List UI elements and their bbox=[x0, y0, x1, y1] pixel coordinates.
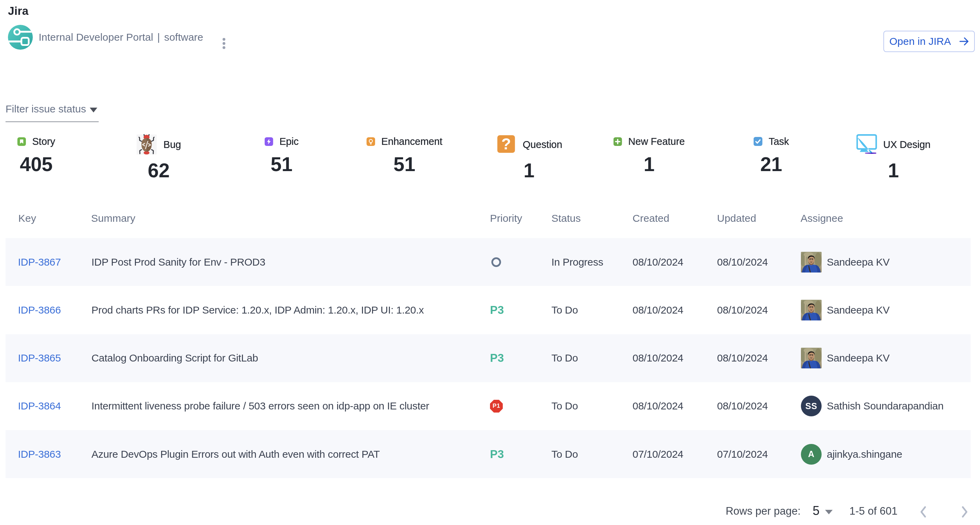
project-logo-icon bbox=[8, 25, 33, 50]
assignee-avatar-photo bbox=[801, 252, 822, 273]
issue-key-link[interactable]: IDP-3867 bbox=[18, 256, 61, 268]
priority-label: P3 bbox=[490, 303, 504, 317]
column-header-assignee: Assignee bbox=[800, 213, 843, 224]
question-icon: ? bbox=[496, 134, 517, 155]
filter-issue-status-label: Filter issue status bbox=[6, 102, 86, 116]
project-separator: | bbox=[158, 32, 160, 43]
page-title: Jira bbox=[8, 5, 29, 17]
stat-label: UX Design bbox=[883, 139, 931, 151]
stat-value: 21 bbox=[760, 154, 782, 174]
assignee-name: Sandeepa KV bbox=[827, 352, 889, 364]
cell-status: To Do bbox=[551, 382, 578, 430]
cell-key: IDP-3865 bbox=[18, 334, 61, 382]
new-feature-icon bbox=[614, 137, 622, 146]
cell-updated: 08/10/2024 bbox=[717, 334, 768, 382]
cell-created: 08/10/2024 bbox=[633, 238, 683, 286]
assignee-avatar-initials: SS bbox=[801, 396, 822, 416]
column-header-updated: Updated bbox=[717, 213, 756, 224]
project-name: Internal Developer Portal bbox=[39, 32, 153, 43]
stat-label: New Feature bbox=[628, 136, 685, 147]
cell-assignee: Aajinkya.shingane bbox=[801, 430, 902, 478]
rows-per-page-caret-icon bbox=[825, 510, 833, 514]
cell-key: IDP-3863 bbox=[18, 430, 61, 478]
cell-key: IDP-3866 bbox=[18, 286, 61, 334]
cell-assignee: SSSathish Soundarapandian bbox=[801, 382, 943, 430]
assignee-name: Sathish Soundarapandian bbox=[827, 400, 943, 412]
project-title: Internal Developer Portal | software bbox=[39, 25, 203, 50]
cell-summary: IDP Post Prod Sanity for Env - PROD3 bbox=[91, 238, 266, 286]
bug-icon bbox=[137, 134, 158, 155]
stat-ux-design: UX Design1 bbox=[856, 134, 931, 181]
priority-label: P3 bbox=[490, 352, 504, 365]
column-header-status: Status bbox=[551, 213, 581, 224]
stat-label: Story bbox=[32, 136, 55, 147]
issue-key-link[interactable]: IDP-3865 bbox=[18, 352, 61, 364]
cell-created: 07/10/2024 bbox=[633, 430, 683, 478]
stat-value: 1 bbox=[888, 160, 899, 181]
rows-per-page-select[interactable]: 5 bbox=[813, 504, 833, 518]
ux-design-icon bbox=[856, 134, 877, 155]
cell-summary: Prod charts PRs for IDP Service: 1.20.x,… bbox=[91, 286, 424, 334]
filter-issue-status-select[interactable]: Filter issue status bbox=[6, 102, 99, 122]
project-type: software bbox=[164, 32, 203, 43]
column-header-summary: Summary bbox=[91, 213, 135, 224]
enhancement-icon bbox=[366, 137, 375, 146]
cell-created: 08/10/2024 bbox=[633, 286, 683, 334]
assignee-avatar-photo bbox=[801, 300, 822, 320]
chevron-right-icon bbox=[958, 506, 970, 518]
cell-status: To Do bbox=[551, 334, 578, 382]
stat-enhancement: Enhancement51 bbox=[366, 134, 442, 174]
task-icon bbox=[754, 137, 763, 146]
svg-text:?: ? bbox=[501, 135, 511, 153]
assignee-name: Sandeepa KV bbox=[827, 256, 889, 268]
stat-epic: Epic51 bbox=[265, 134, 299, 174]
column-header-key: Key bbox=[18, 213, 36, 224]
pagination-range-label: 1-5 of 601 bbox=[849, 505, 897, 517]
stat-question: ?Question1 bbox=[496, 134, 562, 181]
priority-p1-badge: P1 bbox=[490, 400, 503, 412]
cell-status: To Do bbox=[551, 430, 578, 478]
cell-assignee: Sandeepa KV bbox=[801, 238, 889, 286]
stat-value: 51 bbox=[270, 154, 292, 174]
assignee-avatar-initials: A bbox=[801, 444, 822, 465]
issue-key-link[interactable]: IDP-3863 bbox=[18, 449, 61, 460]
stat-label: Enhancement bbox=[381, 136, 442, 147]
chevron-left-icon bbox=[918, 506, 930, 518]
column-header-priority: Priority bbox=[490, 213, 522, 224]
stat-label: Task bbox=[769, 136, 789, 147]
cell-priority bbox=[490, 238, 501, 286]
stat-value: 405 bbox=[20, 154, 52, 174]
cell-summary: Intermittent liveness probe failure / 50… bbox=[91, 382, 429, 430]
stat-value: 51 bbox=[393, 154, 415, 174]
open-in-jira-button[interactable]: Open in JIRA bbox=[883, 31, 975, 52]
stat-label: Bug bbox=[164, 139, 181, 151]
stat-new-feature: New Feature1 bbox=[614, 134, 685, 174]
cell-priority: P3 bbox=[490, 286, 504, 334]
cell-priority: P1 bbox=[490, 382, 503, 430]
cell-status: To Do bbox=[551, 286, 578, 334]
stat-label: Question bbox=[523, 139, 562, 151]
assignee-name: ajinkya.shingane bbox=[827, 449, 902, 460]
cell-priority: P3 bbox=[490, 334, 504, 382]
stat-value: 62 bbox=[148, 160, 169, 181]
priority-none-icon bbox=[492, 257, 501, 267]
cell-updated: 08/10/2024 bbox=[717, 286, 768, 334]
column-header-created: Created bbox=[633, 213, 670, 224]
story-icon bbox=[17, 137, 26, 146]
previous-page-button[interactable] bbox=[914, 502, 934, 522]
stat-value: 1 bbox=[523, 160, 535, 181]
stat-value: 1 bbox=[644, 154, 655, 174]
cell-assignee: Sandeepa KV bbox=[801, 286, 889, 334]
priority-label: P3 bbox=[490, 448, 504, 461]
next-page-button[interactable] bbox=[955, 502, 974, 522]
stat-bug: Bug62 bbox=[137, 134, 181, 181]
open-in-jira-label: Open in JIRA bbox=[889, 35, 951, 47]
cell-created: 08/10/2024 bbox=[633, 382, 683, 430]
epic-icon bbox=[265, 137, 273, 146]
issue-key-link[interactable]: IDP-3866 bbox=[18, 304, 61, 316]
cell-summary: Azure DevOps Plugin Errors out with Auth… bbox=[91, 430, 380, 478]
cell-priority: P3 bbox=[490, 430, 504, 478]
issue-key-link[interactable]: IDP-3864 bbox=[18, 400, 61, 412]
cell-status: In Progress bbox=[551, 238, 603, 286]
more-options-button[interactable] bbox=[216, 30, 232, 50]
